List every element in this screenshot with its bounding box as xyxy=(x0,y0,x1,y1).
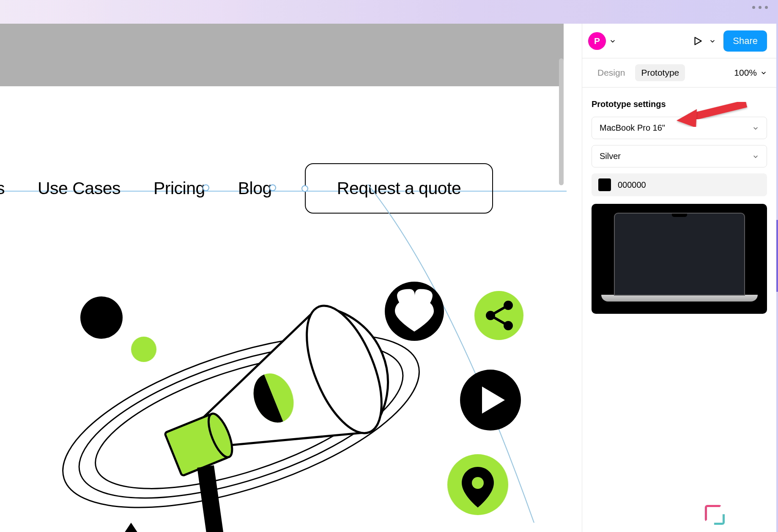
nav-label: Pricing xyxy=(153,178,205,198)
color-swatch[interactable] xyxy=(598,178,611,191)
heart-icon xyxy=(385,282,444,341)
triangle-shape xyxy=(114,523,148,532)
canvas-frame-header xyxy=(0,24,564,86)
chevron-down-icon xyxy=(760,69,767,76)
tab-design[interactable]: Design xyxy=(592,64,631,81)
play-circle-icon xyxy=(460,370,521,431)
watermark-text: XDA xyxy=(725,503,765,524)
chevron-down-icon xyxy=(752,153,759,160)
finish-value: Silver xyxy=(600,151,621,161)
chevron-down-icon[interactable] xyxy=(609,38,616,44)
panel-header: P Share xyxy=(582,24,776,58)
canvas[interactable]: ices Use Cases Pricing Blog Request a qu… xyxy=(0,24,582,532)
app-window: ices Use Cases Pricing Blog Request a qu… xyxy=(0,24,776,532)
laptop-notch xyxy=(672,214,687,217)
laptop-screen xyxy=(614,213,745,296)
nav-label: Blog xyxy=(238,178,272,198)
nav-item-blog[interactable]: Blog xyxy=(238,178,272,198)
dot-icon xyxy=(752,6,755,9)
device-finish-dropdown[interactable]: Silver xyxy=(592,145,767,167)
watermark: XDA xyxy=(705,503,765,524)
prototype-node-dot[interactable] xyxy=(203,184,209,191)
window-controls[interactable] xyxy=(752,6,768,9)
svg-rect-10 xyxy=(197,465,225,532)
svg-point-4 xyxy=(131,337,156,362)
nav-item-pricing[interactable]: Pricing xyxy=(153,178,205,198)
zoom-control[interactable]: 100% xyxy=(734,68,767,78)
share-button[interactable]: Share xyxy=(723,30,767,52)
svg-marker-22 xyxy=(677,109,697,127)
svg-point-3 xyxy=(80,296,123,339)
color-hex: 000000 xyxy=(618,180,646,190)
dot-icon xyxy=(759,6,762,9)
prototype-node-dot[interactable] xyxy=(269,184,276,191)
location-icon xyxy=(447,454,508,515)
chevron-down-icon[interactable] xyxy=(709,38,716,44)
chevron-down-icon xyxy=(752,125,759,132)
laptop-mockup xyxy=(601,213,758,305)
annotation-arrow xyxy=(677,97,753,127)
tab-prototype[interactable]: Prototype xyxy=(635,64,685,81)
device-value: MacBook Pro 16" xyxy=(600,123,665,133)
svg-point-12 xyxy=(474,291,523,340)
device-preview xyxy=(592,204,767,314)
dot-icon xyxy=(765,6,768,9)
xda-logo-icon xyxy=(705,505,722,522)
tabs-row: Design Prototype 100% xyxy=(582,58,776,88)
laptop-base xyxy=(601,295,758,302)
nav-item-services[interactable]: ices xyxy=(0,178,5,198)
canvas-illustration-megaphone[interactable] xyxy=(47,277,554,532)
vertical-scrollbar[interactable] xyxy=(559,58,564,185)
background-color-row[interactable]: 000000 xyxy=(592,173,767,196)
user-avatar[interactable]: P xyxy=(588,32,606,50)
nav-item-use-cases[interactable]: Use Cases xyxy=(38,178,121,198)
share-icon xyxy=(474,291,523,340)
prototype-node-dot[interactable] xyxy=(301,185,308,192)
zoom-value: 100% xyxy=(734,68,757,78)
present-button[interactable] xyxy=(691,35,704,47)
svg-point-21 xyxy=(472,477,484,489)
